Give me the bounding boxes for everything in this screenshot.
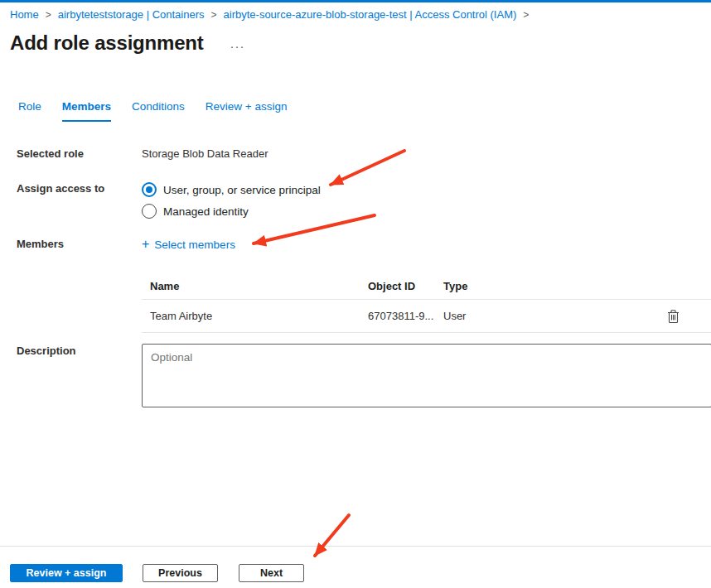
radio-label: User, group, or service principal	[163, 184, 321, 196]
table-row: Team Airbyte 67073811-9... User	[142, 300, 711, 333]
column-header-object-id: Object ID	[368, 280, 443, 292]
description-label: Description	[17, 345, 76, 357]
description-textarea[interactable]	[142, 344, 711, 407]
breadcrumb-separator: >	[523, 9, 529, 21]
radio-user-group-service-principal[interactable]: User, group, or service principal	[142, 179, 321, 200]
selected-role-label: Selected role	[17, 147, 84, 160]
assign-access-to-radio-group: User, group, or service principal Manage…	[142, 179, 321, 222]
trash-icon	[667, 309, 680, 323]
plus-icon: +	[142, 237, 149, 252]
tab-members[interactable]: Members	[62, 100, 111, 122]
previous-button[interactable]: Previous	[143, 564, 218, 582]
radio-managed-identity[interactable]: Managed identity	[142, 200, 321, 222]
column-header-name: Name	[150, 280, 368, 292]
select-members-link[interactable]: + Select members	[142, 237, 235, 252]
members-table: Name Object ID Type Team Airbyte 6707381…	[142, 272, 711, 333]
assign-access-to-label: Assign access to	[17, 182, 104, 195]
page-header: Add role assignment ···	[10, 31, 245, 55]
breadcrumb-separator: >	[46, 9, 51, 21]
members-table-header: Name Object ID Type	[142, 272, 711, 300]
tab-conditions[interactable]: Conditions	[132, 100, 185, 122]
selected-role-value: Storage Blob Data Reader	[142, 147, 268, 160]
tab-review-assign[interactable]: Review + assign	[206, 100, 288, 122]
members-label: Members	[17, 238, 64, 250]
tab-bar: Role Members Conditions Review + assign	[18, 100, 288, 122]
member-name-cell: Team Airbyte	[150, 310, 368, 322]
radio-label: Managed identity	[163, 205, 249, 218]
breadcrumb-separator: >	[211, 9, 217, 21]
column-header-type: Type	[443, 280, 665, 292]
next-button[interactable]: Next	[239, 564, 304, 582]
member-type-cell: User	[443, 310, 665, 322]
more-options-ellipsis-icon[interactable]: ···	[230, 39, 245, 53]
delete-member-button[interactable]	[665, 308, 681, 325]
footer-divider	[0, 546, 711, 547]
window-top-accent-border	[0, 0, 711, 2]
breadcrumb-link-home[interactable]: Home	[10, 8, 39, 21]
select-members-label: Select members	[154, 239, 235, 251]
member-object-id-cell: 67073811-9...	[368, 310, 443, 322]
radio-selected-icon	[142, 182, 157, 197]
tab-role[interactable]: Role	[18, 100, 41, 122]
radio-unselected-icon	[142, 204, 157, 219]
review-assign-button[interactable]: Review + assign	[10, 564, 123, 582]
breadcrumb-link-access-control[interactable]: airbyte-source-azure-blob-storage-test |…	[224, 8, 517, 21]
breadcrumb: Home > airbyteteststorage | Containers >…	[10, 8, 535, 21]
page-title: Add role assignment	[10, 31, 204, 55]
breadcrumb-link-containers[interactable]: airbyteteststorage | Containers	[58, 8, 205, 21]
